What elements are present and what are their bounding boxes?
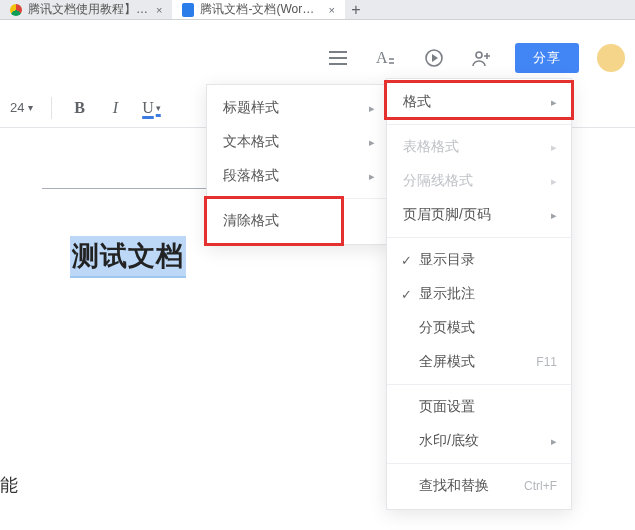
menu-item-label: 分页模式: [419, 319, 475, 337]
check-icon: ✓: [401, 287, 419, 302]
menu-item-label: 标题样式: [223, 99, 279, 117]
format-dropdown-menu: 标题样式 ▸ 文本格式 ▸ 段落格式 ▸ 清除格式: [206, 84, 390, 245]
bold-button[interactable]: B: [62, 92, 96, 124]
menu-item-label: 查找和替换: [419, 477, 489, 495]
menu-item-label: 分隔线格式: [403, 172, 473, 190]
avatar[interactable]: [597, 44, 625, 72]
menu-item-label: 页面设置: [419, 398, 475, 416]
chevron-right-icon: ▸: [369, 136, 375, 149]
menu-separator: [387, 463, 571, 464]
menu-item-label: 水印/底纹: [419, 432, 479, 450]
menu-separator: [387, 124, 571, 125]
shortcut-text: F11: [536, 355, 557, 369]
menu-item-find-replace[interactable]: 查找和替换 Ctrl+F: [387, 469, 571, 503]
menu-item-label: 页眉页脚/页码: [403, 206, 491, 224]
chevron-right-icon: ▸: [369, 102, 375, 115]
favicon-docs-icon: [182, 3, 194, 17]
close-icon[interactable]: ×: [154, 4, 164, 16]
menu-item-label: 段落格式: [223, 167, 279, 185]
browser-tab-2[interactable]: 腾讯文档-文档(Word)使… ×: [172, 0, 344, 19]
menu-separator: [387, 237, 571, 238]
shortcut-text: Ctrl+F: [524, 479, 557, 493]
chevron-right-icon: ▸: [551, 209, 557, 222]
menu-item-format[interactable]: 格式 ▸: [387, 85, 571, 119]
menu-item-show-toc[interactable]: ✓ 显示目录: [387, 243, 571, 277]
menu-item-title-style[interactable]: 标题样式 ▸: [207, 91, 389, 125]
fontsize-select[interactable]: 24 ▾: [6, 100, 41, 115]
menu-item-label: 全屏模式: [419, 353, 475, 371]
divider: [51, 97, 52, 119]
chevron-down-icon: ▾: [156, 103, 161, 113]
chevron-down-icon: ▾: [28, 102, 33, 113]
play-icon[interactable]: [419, 43, 449, 73]
menu-separator: [207, 198, 389, 199]
menu-item-label: 表格格式: [403, 138, 459, 156]
doc-text-fragment: 能: [0, 473, 18, 497]
svg-text:A: A: [376, 49, 388, 66]
browser-tab-1[interactable]: 腾讯文档使用教程】快… ×: [0, 0, 172, 19]
chevron-right-icon: ▸: [551, 175, 557, 188]
favicon-chrome-icon: [10, 4, 22, 16]
menu-item-label: 格式: [403, 93, 431, 111]
browser-tabs: 腾讯文档使用教程】快… × 腾讯文档-文档(Word)使… × +: [0, 0, 635, 20]
menu-item-label: 文本格式: [223, 133, 279, 151]
new-tab-button[interactable]: +: [345, 1, 367, 19]
menu-item-table-format: 表格格式 ▸: [387, 130, 571, 164]
close-icon[interactable]: ×: [326, 4, 336, 16]
text-style-icon[interactable]: A: [371, 43, 401, 73]
menu-item-watermark[interactable]: 水印/底纹 ▸: [387, 424, 571, 458]
share-button[interactable]: 分享: [515, 43, 579, 73]
menu-item-page-mode[interactable]: 分页模式: [387, 311, 571, 345]
tab-label: 腾讯文档-文档(Word)使…: [200, 1, 320, 18]
doc-title-selected[interactable]: 测试文档: [70, 236, 186, 278]
menu-item-label: 显示目录: [419, 251, 475, 269]
tab-label: 腾讯文档使用教程】快…: [28, 1, 148, 18]
chevron-right-icon: ▸: [551, 96, 557, 109]
check-icon: ✓: [401, 253, 419, 268]
menu-item-text-format[interactable]: 文本格式 ▸: [207, 125, 389, 159]
menu-item-page-setup[interactable]: 页面设置: [387, 390, 571, 424]
chevron-right-icon: ▸: [369, 170, 375, 183]
menu-item-separator-format: 分隔线格式 ▸: [387, 164, 571, 198]
menu-item-label: 显示批注: [419, 285, 475, 303]
add-user-icon[interactable]: [467, 43, 497, 73]
menu-item-header-footer[interactable]: 页眉页脚/页码 ▸: [387, 198, 571, 232]
fontsize-value: 24: [10, 100, 24, 115]
underline-button[interactable]: U▾: [134, 92, 168, 124]
svg-point-3: [476, 52, 482, 58]
format-submenu: 格式 ▸ 表格格式 ▸ 分隔线格式 ▸ 页眉页脚/页码 ▸ ✓ 显示目录 ✓ 显…: [386, 78, 572, 510]
menu-item-fullscreen[interactable]: 全屏模式 F11: [387, 345, 571, 379]
italic-button[interactable]: I: [98, 92, 132, 124]
menu-item-paragraph-format[interactable]: 段落格式 ▸: [207, 159, 389, 193]
menu-separator: [387, 384, 571, 385]
menu-icon[interactable]: [323, 43, 353, 73]
chevron-right-icon: ▸: [551, 435, 557, 448]
menu-item-label: 清除格式: [223, 212, 279, 230]
top-toolbar: A 分享: [323, 32, 635, 84]
menu-item-clear-format[interactable]: 清除格式: [207, 204, 389, 238]
menu-item-show-comments[interactable]: ✓ 显示批注: [387, 277, 571, 311]
chevron-right-icon: ▸: [551, 141, 557, 154]
svg-marker-2: [432, 54, 438, 62]
